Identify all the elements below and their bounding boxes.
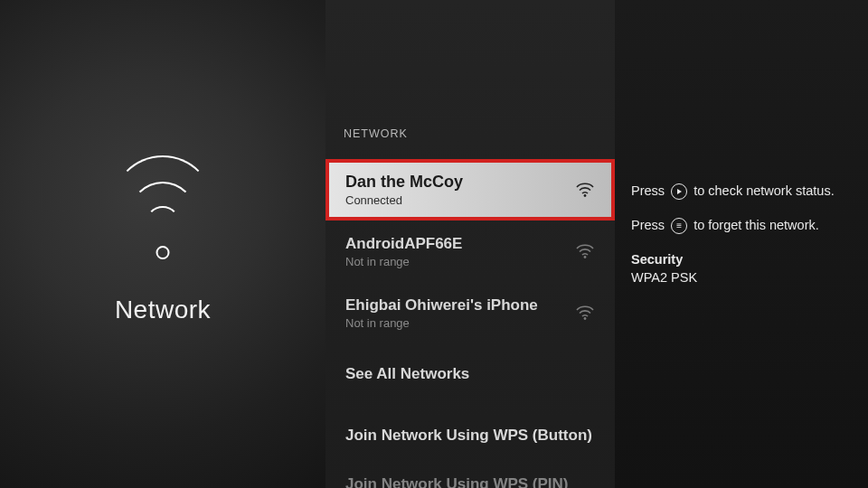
network-status: Not in range: [345, 255, 462, 268]
network-status: Connected: [345, 193, 463, 207]
hint-text: Press: [631, 183, 665, 198]
network-settings-screen: Network NETWORK Dan the McCoy Connected: [0, 0, 868, 488]
wifi-signal-icon: [575, 305, 595, 321]
network-list-panel: NETWORK Dan the McCoy Connected: [326, 0, 615, 488]
network-item[interactable]: Ehigbai Ohiwerei's iPhone Not in range: [326, 282, 615, 343]
network-name: AndroidAPF66E: [345, 235, 462, 253]
network-status: Not in range: [345, 316, 538, 330]
row-label: See All Networks: [345, 365, 469, 383]
network-name: Dan the McCoy: [345, 173, 463, 192]
network-name: Ehigbai Ohiwerei's iPhone: [345, 296, 538, 314]
svg-point-0: [584, 194, 587, 197]
security-value: WPA2 PSK: [631, 270, 844, 285]
wifi-icon: [113, 185, 212, 258]
play-pause-icon: [671, 183, 687, 200]
svg-point-2: [584, 317, 587, 320]
network-item-selected[interactable]: Dan the McCoy Connected: [326, 159, 615, 221]
menu-icon: [671, 218, 687, 234]
join-wps-pin[interactable]: Join Network Using WPS (PIN): [326, 466, 615, 488]
hint-text: Press: [631, 218, 665, 232]
network-item[interactable]: AndroidAPF66E Not in range: [326, 221, 615, 282]
page-title: Network: [115, 296, 211, 324]
hint-forget-network: Press to forget this network.: [631, 217, 844, 235]
svg-point-1: [584, 256, 587, 258]
row-label: Join Network Using WPS (Button): [345, 427, 592, 445]
security-label: Security: [631, 252, 844, 267]
see-all-networks[interactable]: See All Networks: [326, 343, 615, 405]
row-label: Join Network Using WPS (PIN): [345, 475, 569, 488]
hint-text: to check network status.: [693, 183, 835, 198]
hint-check-status: Press to check network status.: [631, 183, 844, 201]
hint-text: to forget this network.: [693, 218, 819, 232]
wifi-signal-icon: [575, 182, 595, 198]
wifi-signal-icon: [575, 243, 595, 259]
section-header: NETWORK: [344, 127, 408, 140]
join-wps-button[interactable]: Join Network Using WPS (Button): [326, 405, 615, 466]
network-list: Dan the McCoy Connected AndroidAPF66E No…: [326, 159, 615, 488]
detail-panel: Press to check network status. Press to …: [615, 0, 868, 488]
left-panel: Network: [0, 0, 326, 488]
